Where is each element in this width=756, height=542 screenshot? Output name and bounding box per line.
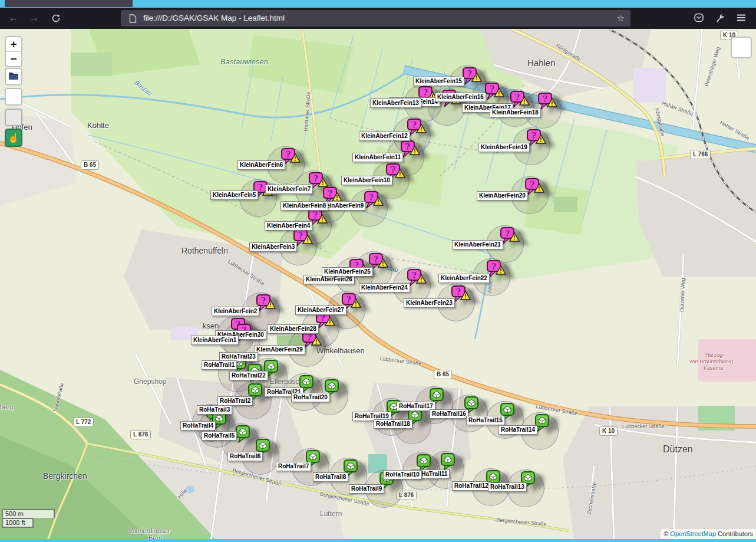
blank-white-button[interactable] <box>5 88 22 106</box>
svg-text:!: ! <box>414 148 415 155</box>
cache-label-KleinAberFein11: KleinAberFein11 <box>352 153 403 162</box>
road-badge: B 65 <box>81 160 99 170</box>
svg-text:?: ? <box>491 262 496 271</box>
cache-label-RoHaTrail15: RoHaTrail15 <box>466 416 505 425</box>
svg-text:!: ! <box>321 216 323 223</box>
place-label: Volmerdingser <box>128 527 170 534</box>
cache-marker-KleinAberFein9[interactable]: ?! <box>364 191 384 212</box>
cache-marker-KleinAberFein21[interactable]: ?! <box>500 227 520 248</box>
folder-icon <box>8 71 19 81</box>
place-label: Hahlen <box>527 58 556 68</box>
cache-label-RoHaTrail14: RoHaTrail14 <box>499 425 537 435</box>
pan-hand-button[interactable]: ☝ <box>5 129 22 147</box>
svg-text:?: ? <box>286 150 290 159</box>
svg-text:?: ? <box>261 296 266 306</box>
svg-text:?: ? <box>313 174 318 183</box>
pocket-icon[interactable] <box>693 12 706 25</box>
cache-label-RoHaTrail13: RoHaTrail13 <box>488 482 527 492</box>
svg-text:?: ? <box>258 183 263 192</box>
reload-button[interactable] <box>47 9 65 27</box>
cache-label-KleinAberFein7: KleinAberFein7 <box>265 185 313 194</box>
place-label: Kaserne <box>704 365 724 371</box>
scale-control: 500 m 1000 ft <box>2 509 55 528</box>
svg-text:?: ? <box>313 211 318 220</box>
blank-gray-button[interactable] <box>5 109 22 126</box>
page-icon <box>129 14 137 25</box>
layers-button[interactable] <box>731 37 752 58</box>
cache-marker-KleinAberFein18[interactable]: ?! <box>538 93 558 114</box>
cache-label-KleinAberFein28: KleinAberFein28 <box>268 324 319 334</box>
street-label: Lübbecker Straße <box>622 423 665 429</box>
bookmark-star-icon[interactable]: ☆ <box>617 10 625 27</box>
cache-label-KleinAberFein25: KleinAberFein25 <box>322 267 373 277</box>
place-label: Griepshop <box>134 377 166 386</box>
svg-text:?: ? <box>531 131 536 140</box>
place-label: Dützen <box>663 444 693 455</box>
menu-icon[interactable] <box>735 12 748 25</box>
cache-marker-KleinAberFein15[interactable]: ?! <box>463 67 483 88</box>
svg-text:!: ! <box>500 268 501 274</box>
reload-icon <box>51 14 61 23</box>
svg-text:?: ? <box>412 271 417 280</box>
cache-marker-KleinAberFein19[interactable]: ?! <box>527 129 547 150</box>
cache-label-RoHaTrail10: RoHaTrail10 <box>383 470 422 479</box>
svg-text:!: ! <box>382 261 384 267</box>
browser-toolbar: ← → file:///D:/GSAK/GSAK Map - Leaflet.h… <box>0 8 756 29</box>
svg-text:?: ? <box>328 189 332 198</box>
zoom-in-button[interactable]: + <box>6 37 21 52</box>
cache-marker-KleinAberFein11[interactable]: ?! <box>401 140 421 162</box>
svg-text:!: ! <box>322 180 323 186</box>
cache-marker-KleinAberFein16[interactable]: ?! <box>485 83 505 104</box>
browser-tab[interactable] <box>5 0 133 7</box>
svg-text:?: ? <box>530 180 534 189</box>
cache-label-KleinAberFein5: KleinAberFein5 <box>210 190 258 200</box>
forward-button[interactable]: → <box>25 9 43 27</box>
attribution: © OpenStreetMap Contributors <box>661 529 756 539</box>
svg-text:?: ? <box>505 229 510 238</box>
cache-label-KleinAberFein12: KleinAberFein12 <box>359 132 410 141</box>
place-label: Bergkirchen <box>43 471 87 481</box>
cache-label-KleinAberFein24: KleinAberFein24 <box>359 283 410 293</box>
cache-label-RoHaTrail22: RoHaTrail22 <box>229 371 268 380</box>
cache-marker-KleinAberFein22[interactable]: ?! <box>487 260 507 281</box>
cache-label-KleinAberFein10: KleinAberFein10 <box>341 176 392 185</box>
osm-link[interactable]: OpenStreetMap <box>670 530 716 537</box>
cache-marker-KleinAberFein29[interactable]: ?! <box>302 331 322 352</box>
tab-strip <box>0 0 756 8</box>
svg-text:?: ? <box>374 255 378 264</box>
cache-label-RoHaTrail1: RoHaTrail1 <box>202 360 237 370</box>
folder-button[interactable] <box>5 68 22 86</box>
svg-text:!: ! <box>355 301 356 307</box>
cache-marker-KleinAberFein20[interactable]: ?! <box>525 178 545 199</box>
cache-label-KleinAberFein3: KleinAberFein3 <box>249 242 297 252</box>
cache-label-KleinAberFein23: KleinAberFein23 <box>404 298 455 308</box>
cache-label-KleinAberFein4: KleinAberFein4 <box>265 221 312 231</box>
place-label: Herzog- <box>705 352 724 358</box>
place-label: Luttern <box>320 510 342 518</box>
svg-text:?: ? <box>423 88 428 97</box>
hand-icon: ☝ <box>8 133 19 143</box>
cache-label-RoHaTrail3: RoHaTrail3 <box>197 405 232 415</box>
cache-label-RoHaTrail4: RoHaTrail4 <box>180 421 216 431</box>
cache-marker-KleinAberFein12[interactable]: ?! <box>407 119 427 140</box>
zoom-out-button[interactable]: − <box>6 52 21 66</box>
svg-text:!: ! <box>315 339 317 345</box>
cache-marker-KleinAberFein24[interactable]: ?! <box>407 269 427 290</box>
wrench-icon[interactable] <box>714 12 727 25</box>
svg-text:?: ? <box>543 94 547 104</box>
svg-text:?: ? <box>391 165 395 175</box>
road-badge: B 65 <box>434 370 452 379</box>
svg-text:!: ! <box>538 186 540 192</box>
svg-text:!: ! <box>399 171 401 178</box>
url-text[interactable]: file:///D:/GSAK/GSAK Map - Leaflet.html <box>143 10 285 27</box>
svg-text:!: ! <box>377 199 379 205</box>
cache-marker-RoHaTrail5[interactable] <box>236 425 253 445</box>
back-button[interactable]: ← <box>5 9 22 27</box>
road-badge: L 876 <box>130 430 151 439</box>
place-label: Bastauwiesen <box>220 57 268 66</box>
place-label: ksen <box>203 321 219 330</box>
leaflet-map[interactable]: HahlenHöfenKöhlteRothenuffelnWinkelhause… <box>0 29 756 542</box>
url-bar[interactable]: file:///D:/GSAK/GSAK Map - Leaflet.html … <box>121 10 630 27</box>
cache-marker-RoHaTrail14[interactable] <box>535 414 553 434</box>
cache-label-KleinAberFein1: KleinAberFein1 <box>191 336 239 345</box>
